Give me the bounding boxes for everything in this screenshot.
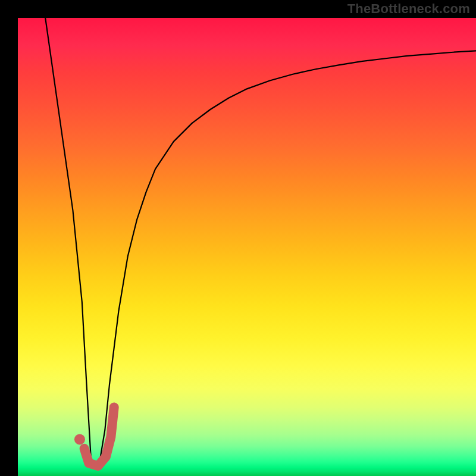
optimum-marker-dot xyxy=(74,434,85,444)
plot-area xyxy=(18,18,476,476)
watermark-text: TheBottleneck.com xyxy=(347,1,470,17)
chart-frame: TheBottleneck.com xyxy=(0,0,476,476)
bottleneck-curve xyxy=(45,18,476,467)
curve-svg xyxy=(18,18,476,476)
